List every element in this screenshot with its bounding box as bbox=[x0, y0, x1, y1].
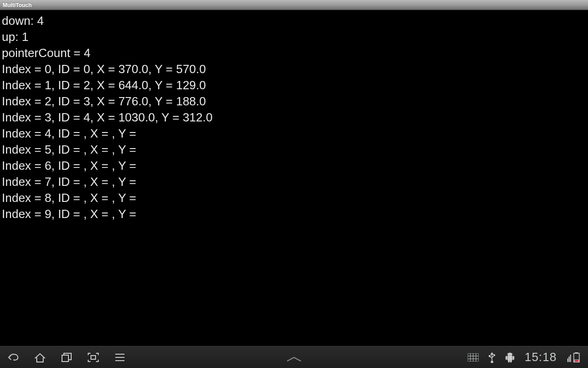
pointer-row: Index = 4, ID = , X = , Y = bbox=[2, 126, 588, 142]
expand-handle[interactable] bbox=[286, 356, 302, 364]
pointer-row: Index = 3, ID = 4, X = 1030.0, Y = 312.0 bbox=[2, 109, 588, 126]
screenshot-icon bbox=[87, 352, 100, 363]
pointer-row: Index = 1, ID = 2, X = 644.0, Y = 129.0 bbox=[2, 77, 588, 93]
battery-icon bbox=[573, 352, 580, 362]
svg-rect-1 bbox=[91, 356, 96, 359]
pointer-row: Index = 2, ID = 3, X = 776.0, Y = 188.0 bbox=[2, 93, 588, 109]
up-value: 1 bbox=[22, 30, 28, 44]
screenshot-button[interactable] bbox=[80, 346, 107, 368]
down-label: down: bbox=[2, 14, 34, 28]
back-button[interactable] bbox=[0, 346, 27, 368]
chevron-up-icon bbox=[286, 356, 302, 362]
recent-apps-button[interactable] bbox=[53, 346, 80, 368]
back-icon bbox=[7, 352, 20, 363]
keyboard-icon bbox=[468, 353, 479, 362]
battery-status bbox=[567, 352, 580, 362]
down-value: 4 bbox=[37, 14, 44, 28]
touch-readout: down: 4 up: 1 pointerCount = 4 Index = 0… bbox=[0, 10, 588, 222]
pointer-row: Index = 5, ID = , X = , Y = bbox=[2, 142, 588, 158]
titlebar: MultiTouch bbox=[0, 0, 588, 10]
svg-rect-16 bbox=[489, 355, 491, 357]
home-icon bbox=[34, 352, 46, 363]
svg-point-15 bbox=[491, 361, 493, 363]
svg-rect-19 bbox=[506, 356, 507, 360]
app-title: MultiTouch bbox=[3, 2, 32, 8]
down-row: down: 4 bbox=[2, 13, 588, 29]
status-area[interactable]: 15:18 bbox=[468, 346, 588, 368]
clock: 15:18 bbox=[525, 350, 557, 364]
svg-rect-22 bbox=[510, 360, 512, 362]
menu-button[interactable] bbox=[107, 346, 133, 368]
usb-icon bbox=[489, 352, 495, 363]
pointer-row: Index = 8, ID = , X = , Y = bbox=[2, 190, 588, 206]
up-label: up: bbox=[2, 30, 18, 44]
svg-rect-21 bbox=[508, 360, 509, 362]
pointer-row: Index = 7, ID = , X = , Y = bbox=[2, 174, 588, 190]
svg-rect-20 bbox=[513, 356, 514, 360]
android-debug-icon bbox=[505, 352, 514, 362]
system-navbar: 15:18 bbox=[0, 346, 588, 368]
recent-apps-icon bbox=[61, 352, 73, 363]
pointer-row: Index = 6, ID = , X = , Y = bbox=[2, 158, 588, 174]
pointer-count-value: 4 bbox=[84, 46, 90, 60]
up-row: up: 1 bbox=[2, 29, 588, 45]
svg-point-17 bbox=[493, 354, 495, 356]
pointer-count-row: pointerCount = 4 bbox=[2, 45, 588, 61]
svg-rect-0 bbox=[62, 355, 68, 362]
home-button[interactable] bbox=[27, 346, 53, 368]
nav-left-group bbox=[0, 346, 133, 368]
pointer-row: Index = 0, ID = 0, X = 370.0, Y = 570.0 bbox=[2, 61, 588, 77]
pointer-row: Index = 9, ID = , X = , Y = bbox=[2, 206, 588, 222]
signal-icon bbox=[567, 353, 571, 362]
svg-rect-18 bbox=[508, 356, 512, 361]
menu-icon bbox=[114, 353, 125, 362]
svg-rect-30 bbox=[575, 360, 579, 362]
pointer-count-label: pointerCount = bbox=[2, 46, 80, 60]
